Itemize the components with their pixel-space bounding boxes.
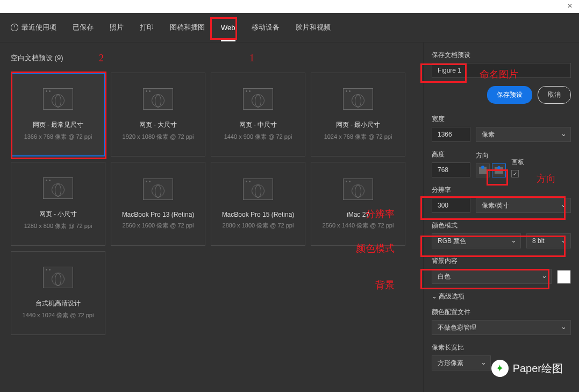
presets-panel: 空白文档预设 (9) 网页 - 最常见尺寸 1366 x 768 像素 @ 72… [0, 42, 423, 392]
preset-card[interactable]: 网页 - 大尺寸 1920 x 1080 像素 @ 72 ppi [111, 73, 205, 156]
orient-portrait-button[interactable] [476, 163, 490, 177]
watermark: ✦ Paper绘图 [491, 360, 563, 377]
landscape-icon [495, 167, 503, 174]
orient-landscape-button[interactable] [492, 163, 506, 177]
web-icon [343, 179, 373, 200]
section-title: 空白文档预设 (9) [11, 53, 412, 63]
tab-mobile[interactable]: 移动设备 [252, 13, 280, 42]
cancel-button[interactable]: 取消 [538, 86, 571, 104]
web-icon [43, 177, 73, 199]
preset-card[interactable]: 网页 - 最小尺寸 1024 x 768 像素 @ 72 ppi [311, 73, 405, 156]
chevron-down-icon: ⌄ [432, 293, 439, 300]
preset-sub: 1920 x 1080 像素 @ 72 ppi [123, 133, 194, 141]
portrait-icon [479, 167, 487, 174]
preset-sub: 2880 x 1800 像素 @ 72 ppi [223, 222, 294, 230]
preset-title: 网页 - 最常见尺寸 [33, 120, 84, 130]
annotation-number-2: 2 [99, 53, 104, 64]
tab-bar: 最近使用项 已保存 照片 打印 图稿和插图 Web 移动设备 胶片和视频 [0, 13, 579, 42]
orient-label: 方向 [476, 151, 506, 160]
main-area: 空白文档预设 (9) 网页 - 最常见尺寸 1366 x 768 像素 @ 72… [0, 42, 579, 392]
annotation-orientation: 方向 [537, 172, 556, 185]
preset-title: 网页 - 大尺寸 [139, 120, 177, 130]
web-icon [43, 267, 73, 288]
preset-card[interactable]: MacBook Pro 13 (Retina) 2560 x 1600 像素 @… [111, 162, 205, 246]
tab-saved[interactable]: 已保存 [73, 13, 94, 42]
bg-label: 背景内容 [432, 256, 571, 266]
web-icon [43, 88, 73, 110]
close-icon[interactable]: ✕ [567, 2, 573, 10]
width-label: 宽度 [432, 115, 571, 124]
web-icon [243, 88, 273, 110]
preset-card[interactable]: 台式机高清设计 1440 x 1024 像素 @ 72 ppi [11, 251, 105, 335]
preset-card[interactable]: MacBook Pro 15 (Retina) 2880 x 1800 像素 @… [211, 162, 305, 246]
details-panel: 保存文档预设 保存预设 取消 宽度 像素 高度 方向 [423, 42, 579, 392]
preset-card[interactable]: iMac 27 2560 x 1440 像素 @ 72 ppi [311, 162, 405, 246]
height-label: 高度 [432, 150, 470, 159]
annotation-number-1: 1 [249, 53, 254, 64]
preset-title: MacBook Pro 13 (Retina) [122, 211, 195, 218]
button-row: 保存预设 取消 [432, 86, 571, 104]
resolution-label: 分辨率 [432, 186, 571, 195]
web-icon [143, 88, 173, 110]
background-select[interactable]: 白色 [432, 269, 552, 284]
tab-print[interactable]: 打印 [140, 13, 154, 42]
watermark-text: Paper绘图 [513, 361, 563, 376]
tab-recent[interactable]: 最近使用项 [11, 13, 56, 42]
tab-web[interactable]: Web [221, 14, 235, 41]
bg-swatch[interactable] [557, 270, 571, 284]
preset-sub: 1366 x 768 像素 @ 72 ppi [24, 133, 92, 141]
unit-select[interactable]: 像素 [476, 127, 571, 142]
advanced-toggle[interactable]: ⌄ 高级选项 [432, 292, 571, 301]
preset-title: 网页 - 中尺寸 [239, 120, 277, 130]
resolution-input[interactable] [432, 198, 470, 213]
save-preset-label: 保存文档预设 [432, 51, 571, 60]
wechat-icon: ✦ [491, 360, 509, 377]
save-preset-button[interactable]: 保存预设 [487, 86, 532, 104]
web-icon [343, 88, 373, 110]
tab-art[interactable]: 图稿和插图 [170, 13, 205, 42]
preset-sub: 1440 x 1024 像素 @ 72 ppi [23, 311, 94, 319]
aspect-select[interactable]: 方形像素 [432, 355, 491, 370]
annotation-colormode: 颜色模式 [356, 242, 395, 255]
web-icon [143, 179, 173, 200]
artboard-label: 画板 [511, 158, 524, 167]
aspect-label: 像素长宽比 [432, 343, 571, 352]
preset-title: 网页 - 小尺寸 [39, 210, 77, 219]
web-icon [243, 179, 273, 200]
tab-label: 最近使用项 [22, 23, 56, 32]
preset-card[interactable]: 网页 - 中尺寸 1440 x 900 像素 @ 72 ppi [211, 73, 305, 156]
annotation-background: 背景 [375, 279, 395, 291]
profile-label: 颜色配置文件 [432, 308, 571, 317]
preset-card[interactable]: 网页 - 小尺寸 1280 x 800 像素 @ 72 ppi [11, 162, 105, 246]
profile-select[interactable]: 不做色彩管理 [432, 320, 571, 335]
preset-title: 台式机高清设计 [35, 299, 81, 308]
annotation-resolution: 分辨率 [366, 208, 395, 220]
preset-sub: 1440 x 900 像素 @ 72 ppi [224, 133, 292, 141]
preset-card[interactable]: 网页 - 最常见尺寸 1366 x 768 像素 @ 72 ppi [11, 73, 105, 156]
titlebar: ✕ [0, 0, 579, 13]
preset-title: 网页 - 最小尺寸 [336, 120, 381, 130]
colormode-label: 颜色模式 [432, 221, 571, 230]
colormode-select[interactable]: RGB 颜色 [432, 233, 521, 248]
annotation-naming: 命名图片 [480, 68, 518, 81]
preset-sub: 1280 x 800 像素 @ 72 ppi [24, 222, 92, 230]
preset-title: MacBook Pro 15 (Retina) [222, 211, 295, 218]
resolution-unit-select[interactable]: 像素/英寸 [476, 198, 571, 213]
height-input[interactable] [432, 162, 470, 177]
bitdepth-select[interactable]: 8 bit [526, 233, 571, 248]
width-input[interactable] [432, 127, 470, 142]
preset-sub: 2560 x 1440 像素 @ 72 ppi [323, 222, 394, 230]
tab-photo[interactable]: 照片 [110, 13, 124, 42]
tab-film[interactable]: 胶片和视频 [296, 13, 331, 42]
preset-grid: 网页 - 最常见尺寸 1366 x 768 像素 @ 72 ppi 网页 - 大… [11, 73, 412, 335]
artboard-checkbox[interactable]: ✓ [511, 170, 519, 177]
clock-icon [11, 24, 18, 31]
preset-sub: 2560 x 1600 像素 @ 72 ppi [123, 222, 194, 230]
preset-sub: 1024 x 768 像素 @ 72 ppi [324, 133, 392, 141]
